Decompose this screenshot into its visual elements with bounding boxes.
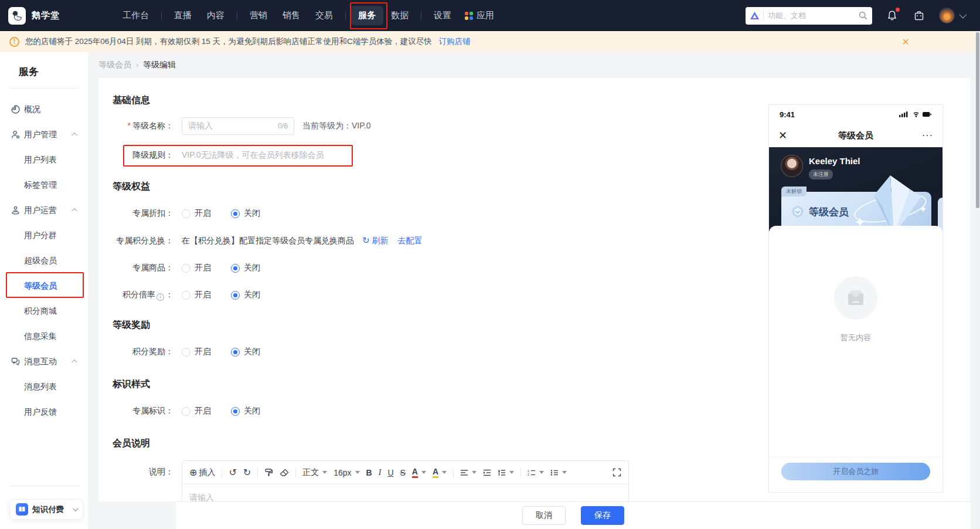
bold-icon[interactable]: B bbox=[366, 468, 372, 477]
empty-box-icon bbox=[834, 276, 877, 320]
radio-off-checked[interactable] bbox=[231, 291, 240, 300]
radio-off-checked[interactable] bbox=[231, 407, 240, 416]
sidebar-item-points-mall[interactable]: 积分商城 bbox=[0, 299, 88, 324]
account-menu[interactable] bbox=[939, 8, 965, 23]
more-menu-icon[interactable]: ··· bbox=[922, 130, 933, 141]
undo-icon[interactable]: ↺ bbox=[229, 467, 236, 478]
underline-icon[interactable]: U bbox=[387, 468, 393, 477]
sidebar-item-user-segments[interactable]: 用户分群 bbox=[0, 223, 88, 248]
brand[interactable]: 鹅学堂 bbox=[0, 7, 115, 25]
phone-bottom-bar: 开启会员之旅 bbox=[769, 459, 942, 484]
refresh-icon: ↻ bbox=[362, 235, 370, 245]
radio-on[interactable] bbox=[182, 407, 190, 416]
nav-item-service[interactable]: 服务 bbox=[351, 6, 383, 25]
paragraph-format-select[interactable]: 正文 bbox=[302, 467, 327, 478]
nav-divider bbox=[345, 12, 346, 20]
downgrade-rule-label: 降级规则： bbox=[113, 150, 173, 161]
nav-item-data[interactable]: 数据 bbox=[383, 6, 416, 25]
phone-time: 9:41 bbox=[780, 110, 795, 119]
nav-divider bbox=[421, 12, 421, 20]
sidebar-title: 服务 bbox=[0, 52, 88, 79]
divider bbox=[9, 486, 79, 486]
store-icon[interactable] bbox=[912, 9, 926, 23]
align-icon[interactable] bbox=[460, 469, 477, 476]
radio-on[interactable] bbox=[182, 264, 190, 273]
sidebar-group-message-interaction[interactable]: 消息互动 bbox=[0, 349, 88, 374]
banner-close-icon[interactable]: ✕ bbox=[902, 36, 966, 48]
pie-chart-icon bbox=[11, 105, 20, 114]
format-painter-icon[interactable] bbox=[264, 468, 273, 477]
radio-off-checked[interactable] bbox=[231, 348, 240, 357]
italic-icon[interactable]: I bbox=[379, 468, 382, 477]
level-name-input[interactable]: 请输入 0/6 bbox=[182, 117, 294, 135]
nav-divider bbox=[237, 12, 237, 20]
nav-item-workbench[interactable]: 工作台 bbox=[115, 6, 156, 25]
nav-item-marketing[interactable]: 营销 bbox=[242, 6, 275, 25]
renew-store-link[interactable]: 订购店铺 bbox=[439, 36, 471, 47]
nav-item-apps[interactable]: 应用 bbox=[459, 6, 500, 25]
radio-off-checked[interactable] bbox=[231, 209, 240, 218]
breadcrumb-separator: › bbox=[136, 61, 138, 69]
sidebar-item-overview[interactable]: 概况 bbox=[0, 97, 88, 122]
phone-page-title: 等级会员 bbox=[769, 130, 942, 141]
strikethrough-icon[interactable]: S bbox=[400, 468, 406, 477]
rich-text-editor: ⊕插入 ↺ ↻ 正文 16px B bbox=[182, 460, 629, 501]
divider bbox=[9, 88, 79, 89]
indent-icon[interactable] bbox=[483, 469, 491, 476]
member-status-badge: 未注册 bbox=[809, 169, 833, 179]
go-configure-link[interactable]: 去配置 bbox=[398, 236, 423, 246]
redo-icon[interactable]: ↻ bbox=[243, 467, 251, 478]
eraser-icon[interactable] bbox=[280, 469, 289, 477]
info-icon[interactable]: i bbox=[156, 293, 164, 301]
font-size-select[interactable]: 16px bbox=[334, 468, 359, 477]
cancel-button[interactable]: 取消 bbox=[522, 506, 566, 525]
sidebar-item-level-member[interactable]: 等级会员 bbox=[0, 273, 88, 299]
exchange-help-text: 在【积分兑换】配置指定等级会员专属兑换商品 bbox=[182, 236, 354, 246]
highlight-color-icon[interactable]: A bbox=[433, 467, 447, 478]
sidebar-item-super-member[interactable]: 超级会员 bbox=[0, 248, 88, 273]
warning-icon: ! bbox=[9, 37, 19, 47]
nav-item-sales[interactable]: 销售 bbox=[275, 6, 308, 25]
radio-on[interactable] bbox=[182, 348, 190, 357]
knowledge-payment-switcher[interactable]: 知识付费 bbox=[9, 499, 83, 520]
search-icon[interactable] bbox=[859, 11, 867, 20]
sidebar-item-user-feedback[interactable]: 用户反馈 bbox=[0, 399, 88, 425]
font-color-icon[interactable]: A bbox=[412, 467, 426, 478]
chevron-up-icon bbox=[72, 360, 77, 365]
start-member-journey-button[interactable]: 开启会员之旅 bbox=[781, 463, 930, 480]
ordered-list-icon[interactable]: 1.2. bbox=[528, 469, 544, 476]
breadcrumb-current: 等级编辑 bbox=[143, 60, 176, 70]
fullscreen-icon[interactable] bbox=[612, 468, 621, 477]
editor-toolbar: ⊕插入 ↺ ↻ 正文 16px B bbox=[182, 461, 628, 484]
page-scrollbar[interactable] bbox=[975, 31, 980, 529]
global-search-input[interactable]: 功能、文档 bbox=[746, 7, 872, 25]
line-height-icon[interactable] bbox=[498, 469, 514, 476]
sidebar-item-message-list[interactable]: 消息列表 bbox=[0, 374, 88, 399]
bullet-list-icon[interactable] bbox=[550, 469, 567, 476]
sidebar-item-tag-management[interactable]: 标签管理 bbox=[0, 172, 88, 198]
nav-item-live[interactable]: 直播 bbox=[166, 6, 199, 25]
nav-item-content[interactable]: 内容 bbox=[199, 6, 232, 25]
radio-on[interactable] bbox=[182, 291, 190, 300]
radio-on[interactable] bbox=[182, 209, 190, 218]
refresh-link[interactable]: ↻刷新 bbox=[362, 235, 389, 246]
search-divider bbox=[763, 11, 764, 21]
sidebar-item-user-list[interactable]: 用户列表 bbox=[0, 147, 88, 172]
insert-button[interactable]: ⊕插入 bbox=[189, 467, 215, 478]
nav-item-settings[interactable]: 设置 bbox=[426, 6, 459, 25]
notifications-bell-icon[interactable] bbox=[885, 9, 899, 23]
chat-bubbles-icon bbox=[11, 357, 20, 367]
level-badge-icon bbox=[791, 205, 805, 219]
sidebar-group-user-operation[interactable]: 用户运营 bbox=[0, 198, 88, 223]
editor-content-area[interactable]: 请输入 bbox=[182, 484, 628, 501]
sidebar-group-user-management[interactable]: 用户管理 bbox=[0, 122, 88, 147]
level-name-label: *等级名称： bbox=[113, 121, 173, 131]
nav-item-trade[interactable]: 交易 bbox=[308, 6, 341, 25]
radio-off-checked[interactable] bbox=[231, 264, 240, 273]
member-name: Keeley Thiel bbox=[809, 156, 860, 166]
scrollbar-thumb[interactable] bbox=[976, 32, 979, 208]
save-button[interactable]: 保存 bbox=[581, 506, 624, 525]
sidebar-item-info-collection[interactable]: 信息采集 bbox=[0, 324, 88, 349]
breadcrumb-parent[interactable]: 等级会员 bbox=[98, 60, 131, 70]
brand-name: 鹅学堂 bbox=[32, 10, 60, 21]
